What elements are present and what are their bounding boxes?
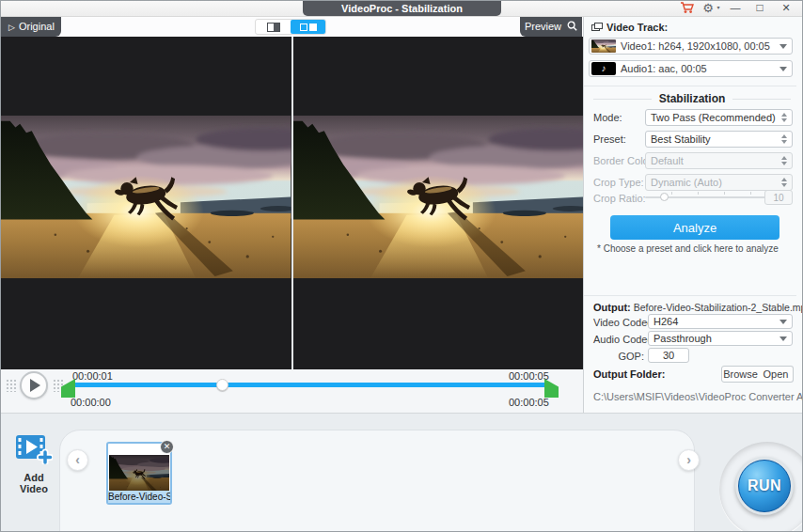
audio-track-value: Audio1: aac, 00:05 xyxy=(621,63,707,74)
close-icon: ✕ xyxy=(164,442,171,451)
video-codec-label: Video Codec: xyxy=(593,317,655,328)
after-pane xyxy=(293,37,584,389)
audio-codec-value: Passthrough xyxy=(653,333,712,344)
trim-in-time: 00:00:01 xyxy=(72,370,113,382)
crop-ratio-label: Crop Ratio: xyxy=(593,193,646,204)
video-compare-view xyxy=(1,37,583,389)
titlebar[interactable]: VideoProc - Stabilization ⚙ ▾ — □ ✕ xyxy=(1,1,802,17)
preset-label: Preset: xyxy=(593,133,626,145)
dropdown-arrow-icon xyxy=(779,336,787,341)
mode-select[interactable]: Two Pass (Recommended) xyxy=(645,109,793,126)
slider-handle xyxy=(660,193,669,201)
crop-type-select: Dynamic (Auto) xyxy=(645,174,793,191)
stabilization-title: Stabilization xyxy=(593,92,791,105)
before-video-frame xyxy=(1,116,291,278)
run-button[interactable]: RUN xyxy=(735,457,794,515)
before-pane xyxy=(1,37,291,389)
add-video-icon xyxy=(15,434,53,464)
audio-codec-dropdown[interactable]: Passthrough xyxy=(648,331,793,346)
run-button-label: RUN xyxy=(748,477,781,494)
video-codec-value: H264 xyxy=(653,316,678,327)
divider xyxy=(584,86,796,86)
video-codec-dropdown[interactable]: H264 xyxy=(648,314,793,329)
play-button[interactable] xyxy=(20,371,48,399)
border-color-select: Default xyxy=(645,152,793,169)
analyze-hint: * Choose a preset and click here to anal… xyxy=(597,243,779,254)
prev-clips-button[interactable]: ‹ xyxy=(67,449,88,471)
video-track-header: Video Track: xyxy=(591,22,668,33)
preset-value: Best Stability xyxy=(651,133,711,145)
audio-codec-label: Audio Codec: xyxy=(593,334,655,345)
playhead[interactable] xyxy=(216,379,228,391)
preview-tabstrip: ▷Original Preview xyxy=(1,17,583,37)
clip-name: Before-Video-Sta xyxy=(108,491,170,503)
audio-track-dropdown[interactable]: ♪ Audio1: aac, 00:05 xyxy=(589,60,793,77)
browse-button[interactable]: Browse xyxy=(721,366,760,383)
tab-preview[interactable]: Preview xyxy=(520,17,582,37)
remove-clip-button[interactable]: ✕ xyxy=(160,440,174,454)
video-thumbnail xyxy=(591,39,616,53)
gear-caret-icon[interactable]: ▾ xyxy=(715,1,722,16)
open-button[interactable]: Open xyxy=(759,366,794,383)
stepper-icon xyxy=(781,134,787,144)
gear-icon[interactable]: ⚙ xyxy=(701,1,716,16)
window-title: VideoProc - Stabilization xyxy=(303,1,501,16)
music-note-icon: ♪ xyxy=(591,62,616,75)
drag-grip-icon[interactable] xyxy=(6,379,18,392)
add-video-label: Add Video xyxy=(8,472,59,494)
crop-type-value: Dynamic (Auto) xyxy=(651,177,722,188)
overlay-compare-mode-button[interactable] xyxy=(256,20,291,34)
after-video-frame xyxy=(293,116,584,278)
preset-select[interactable]: Best Stability xyxy=(645,131,793,148)
video-track-icon xyxy=(591,23,603,32)
settings-panel: Video Track: Video1: h264, 1920x1080, 00… xyxy=(584,17,803,413)
crop-ratio-input xyxy=(764,190,793,205)
next-clips-button[interactable]: › xyxy=(678,449,700,471)
output-filename-line: Output: Before-Video-Stabilization-2_Sta… xyxy=(593,302,803,313)
stepper-icon xyxy=(781,113,787,122)
crop-type-label: Crop Type: xyxy=(593,177,644,188)
magnifier-icon xyxy=(567,21,577,31)
timeline: 00:00:01 00:00:05 00:00:00 00:00:05 xyxy=(1,369,583,413)
dropdown-arrow-icon xyxy=(779,67,787,71)
output-folder-path: C:\Users\MSIF\Videos\VideoProc Converter… xyxy=(593,391,803,402)
crop-ratio-slider xyxy=(645,196,777,198)
start-time: 00:00:00 xyxy=(71,397,111,408)
stepper-icon xyxy=(781,178,787,187)
play-outline-icon: ▷ xyxy=(8,23,15,32)
maximize-button[interactable]: □ xyxy=(750,1,769,16)
trim-end-handle[interactable] xyxy=(544,379,559,398)
dropdown-arrow-icon xyxy=(779,44,787,49)
media-tray: Add Video ‹ Before-Video-Sta ✕ › RUN xyxy=(1,413,802,532)
add-video-button[interactable]: Add Video xyxy=(8,434,59,494)
side-by-side-icon xyxy=(300,23,317,31)
chevron-right-icon: › xyxy=(686,452,691,467)
preview-area: ▷Original Preview xyxy=(1,17,584,413)
analyze-button[interactable]: Analyze xyxy=(610,215,779,240)
output-folder-label: Output Folder: xyxy=(593,368,665,380)
clip-card[interactable]: Before-Video-Sta ✕ xyxy=(106,442,172,505)
slider-tick xyxy=(698,192,699,195)
border-color-value: Default xyxy=(651,155,684,166)
slider-tick xyxy=(671,192,672,195)
videoproc-window: VideoProc - Stabilization ⚙ ▾ — □ ✕ ▷Ori… xyxy=(0,0,803,532)
slider-tick xyxy=(750,192,751,195)
tab-original-label: Original xyxy=(19,21,55,32)
timeline-track[interactable] xyxy=(69,383,546,387)
clip-thumbnail xyxy=(109,455,169,493)
minimize-button[interactable]: — xyxy=(726,1,745,16)
side-by-side-mode-button[interactable] xyxy=(291,20,325,34)
close-button[interactable]: ✕ xyxy=(777,1,795,16)
gop-input[interactable] xyxy=(648,348,689,363)
tab-original[interactable]: ▷Original xyxy=(1,17,61,37)
mode-value: Two Pass (Recommended) xyxy=(651,112,776,123)
cart-icon[interactable] xyxy=(679,1,695,16)
stepper-icon xyxy=(781,156,787,165)
mode-label: Mode: xyxy=(593,112,622,123)
slider-tick xyxy=(724,192,725,195)
tab-preview-label: Preview xyxy=(525,21,561,32)
video-track-dropdown[interactable]: Video1: h264, 1920x1080, 00:05 xyxy=(589,38,793,55)
play-icon xyxy=(30,379,40,392)
end-time: 00:00:05 xyxy=(509,397,549,408)
trim-out-time: 00:00:05 xyxy=(509,370,549,382)
